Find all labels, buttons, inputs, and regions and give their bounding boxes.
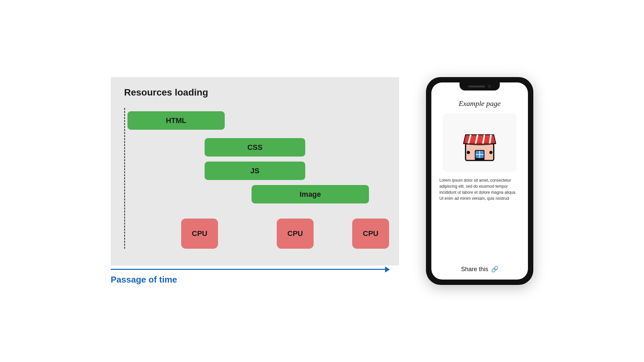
cpu-box-1: CPU: [181, 219, 218, 249]
phone-image-card: [443, 113, 517, 172]
svg-point-10: [467, 151, 470, 154]
time-arrow: [111, 269, 386, 270]
notch-speaker: [468, 85, 485, 87]
html-bar: HTML: [127, 111, 225, 130]
diagram-box: Resources loading HTML CSS JS Image CPU …: [111, 77, 399, 265]
cpu-box-2: CPU: [277, 219, 314, 249]
phone-screen: Example page: [431, 82, 528, 280]
svg-point-11: [489, 151, 493, 154]
js-bar: JS: [205, 162, 305, 180]
phone-body-text: Lorem ipsum dolor sit amet, consectetur …: [438, 177, 521, 201]
diagram-section: Resources loading HTML CSS JS Image CPU …: [111, 77, 399, 285]
share-link[interactable]: Share this 🔗: [461, 265, 498, 273]
store-icon: [460, 123, 500, 163]
phone-section: Example page: [426, 77, 533, 285]
link-icon: 🔗: [491, 265, 498, 273]
time-label: Passage of time: [111, 275, 177, 285]
phone-frame: Example page: [426, 77, 533, 285]
css-bar: CSS: [205, 138, 305, 157]
main-container: Resources loading HTML CSS JS Image CPU …: [0, 77, 644, 285]
resources-area: HTML CSS JS Image CPU CPU CPU: [124, 108, 386, 249]
image-bar: Image: [252, 185, 369, 203]
notch-camera: [488, 85, 491, 88]
diagram-title: Resources loading: [124, 87, 386, 98]
time-axis-line: [124, 108, 125, 249]
share-label: Share this: [461, 266, 488, 273]
phone-page-title: Example page: [459, 99, 500, 108]
time-arrow-container: [111, 269, 386, 270]
cpu-box-3: CPU: [352, 219, 389, 249]
phone-notch: [460, 82, 500, 90]
